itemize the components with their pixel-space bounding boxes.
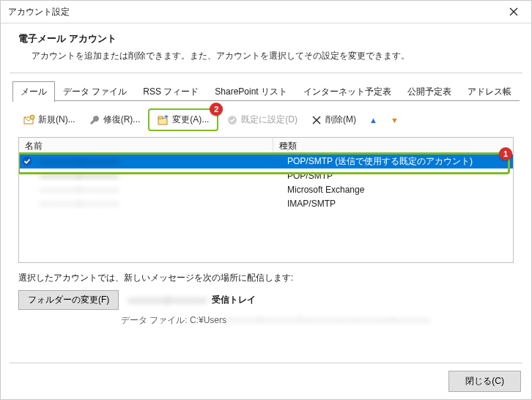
- account-list: 名前 種類 xxxxxxxx@xxxxxxxx POP/SMTP (送信で使用す…: [18, 137, 514, 263]
- header: 電子メール アカウント アカウントを追加または削除できます。また、アカウントを選…: [1, 23, 531, 70]
- tabstrip: メール データ ファイル RSS フィード SharePoint リスト インタ…: [1, 73, 531, 101]
- tab-published-calendar[interactable]: 公開予定表: [399, 81, 459, 102]
- path-prefix: データ ファイル: C:¥Users: [121, 315, 226, 325]
- account-type: POP/SMTP (送信で使用する既定のアカウント): [281, 155, 513, 168]
- list-header: 名前 種類: [19, 138, 513, 155]
- column-name[interactable]: 名前: [19, 138, 273, 154]
- tab-rss[interactable]: RSS フィード: [135, 81, 207, 102]
- svg-point-9: [23, 157, 32, 166]
- account-row[interactable]: xxxxxxxx@xxxxxxxx POP/SMTP (送信で使用する既定のアカ…: [19, 155, 513, 168]
- delete-account-button[interactable]: 削除(M): [306, 111, 361, 129]
- account-type: POP/SMTP: [281, 171, 513, 181]
- check-circle-icon: [226, 114, 238, 126]
- account-row[interactable]: xxxxxxxx@xxxxxxxx POP/SMTP: [19, 168, 513, 182]
- toolbar: 新規(N)... 修復(R)... 変更(A)... 2 既定に設定(D): [1, 101, 531, 137]
- change-account-button[interactable]: 変更(A)...: [152, 111, 214, 129]
- tab-label: アドレス帳: [468, 86, 511, 97]
- arrow-down-icon: ▼: [391, 116, 399, 125]
- tab-label: メール: [21, 86, 47, 97]
- tab-sharepoint[interactable]: SharePoint リスト: [207, 81, 295, 102]
- button-label: 修復(R)...: [103, 114, 141, 126]
- delete-x-icon: [311, 114, 322, 126]
- titlebar: アカウント設定: [1, 1, 531, 23]
- window-close-button[interactable]: [499, 1, 528, 22]
- button-label: 変更(A)...: [172, 114, 209, 126]
- wrench-icon: [89, 114, 100, 126]
- svg-point-3: [30, 115, 34, 119]
- new-mail-icon: [23, 114, 35, 126]
- tab-label: SharePoint リスト: [215, 86, 287, 97]
- account-name: xxxxxxxx@xxxxxxxx: [40, 199, 119, 209]
- move-up-button[interactable]: ▲: [364, 113, 383, 127]
- delivery-account: xxxxxxxx@xxxxxxxx: [128, 295, 207, 305]
- account-type: Microsoft Exchange: [281, 185, 513, 195]
- delivery-label: 選択したアカウントでは、新しいメッセージを次の場所に配信します:: [18, 272, 514, 284]
- tab-label: インターネット予定表: [303, 86, 391, 97]
- button-label: 既定に設定(D): [241, 114, 298, 126]
- close-button[interactable]: 閉じる(C): [448, 371, 521, 392]
- default-check-icon: [21, 155, 33, 167]
- svg-rect-5: [158, 116, 163, 119]
- button-label: 新規(N)...: [38, 114, 75, 126]
- tab-address-book[interactable]: アドレス帳: [459, 81, 520, 102]
- column-type[interactable]: 種類: [273, 138, 513, 154]
- tab-internet-calendar[interactable]: インターネット予定表: [295, 81, 399, 102]
- account-name: xxxxxxxx@xxxxxxxx: [40, 185, 119, 195]
- repair-account-button[interactable]: 修復(R)...: [84, 111, 146, 129]
- tab-label: 公開予定表: [407, 86, 451, 97]
- new-account-button[interactable]: 新規(N)...: [18, 111, 81, 129]
- annotation-change-highlight: 変更(A)... 2: [148, 108, 218, 131]
- change-folder-button[interactable]: フォルダーの変更(F): [18, 290, 119, 310]
- account-settings-dialog: アカウント設定 電子メール アカウント アカウントを追加または削除できます。また…: [0, 0, 532, 400]
- set-default-button[interactable]: 既定に設定(D): [221, 111, 303, 129]
- header-description: アカウントを追加または削除できます。また、アカウントを選択してその設定を変更でき…: [18, 50, 514, 62]
- delivery-location-section: 選択したアカウントでは、新しいメッセージを次の場所に配信します: フォルダーの変…: [1, 263, 531, 327]
- button-label: 削除(M): [325, 114, 356, 126]
- path-rest: ¥xxxxxx¥xxxxxxxx¥xxxxxxxxxxxxxxxxxxxx¥xx…: [226, 315, 431, 325]
- move-down-button[interactable]: ▼: [385, 113, 404, 127]
- account-row[interactable]: xxxxxxxx@xxxxxxxx Microsoft Exchange: [19, 182, 513, 196]
- account-type: IMAP/SMTP: [281, 199, 513, 209]
- close-icon: [509, 7, 518, 16]
- list-rows: xxxxxxxx@xxxxxxxx POP/SMTP (送信で使用する既定のアカ…: [19, 155, 513, 210]
- delivery-target: xxxxxxxx@xxxxxxxx 受信トレイ: [128, 294, 514, 306]
- arrow-up-icon: ▲: [369, 116, 377, 125]
- account-name: xxxxxxxx@xxxxxxxx: [40, 157, 119, 167]
- tab-mail[interactable]: メール: [12, 81, 55, 102]
- inbox-label: 受信トレイ: [212, 294, 256, 306]
- delivery-path: データ ファイル: C:¥Users¥xxxxxx¥xxxxxxxx¥xxxxx…: [18, 310, 514, 327]
- tab-label: RSS フィード: [143, 86, 199, 97]
- change-folder-icon: [158, 114, 169, 126]
- header-title: 電子メール アカウント: [18, 32, 514, 45]
- window-title: アカウント設定: [8, 6, 70, 18]
- account-name: xxxxxxxx@xxxxxxxx: [40, 171, 119, 181]
- footer: 閉じる(C): [1, 363, 531, 399]
- account-row[interactable]: xxxxxxxx@xxxxxxxx IMAP/SMTP: [19, 196, 513, 210]
- tab-label: データ ファイル: [63, 86, 127, 97]
- tab-data-files[interactable]: データ ファイル: [55, 81, 135, 102]
